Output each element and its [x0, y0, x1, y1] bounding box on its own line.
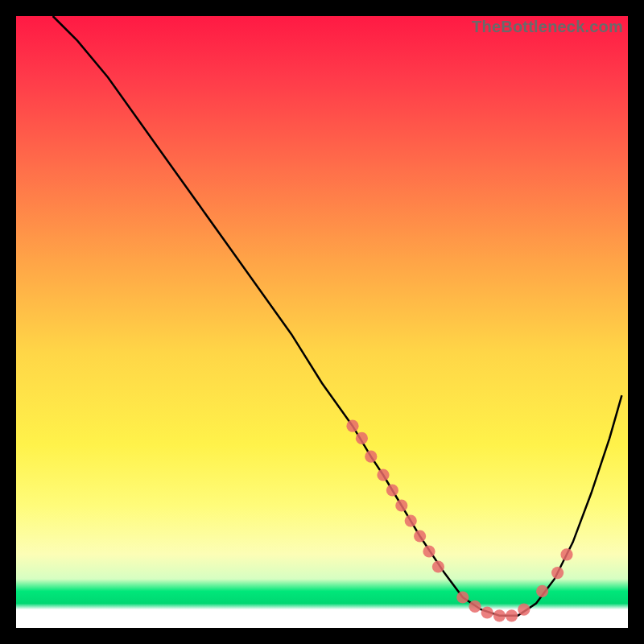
- curve-marker: [356, 432, 368, 444]
- curve-marker: [551, 567, 564, 579]
- curve-marker: [506, 609, 518, 621]
- curve-line: [53, 16, 622, 616]
- curve-marker: [518, 604, 530, 616]
- curve-marker: [536, 585, 548, 597]
- chart-svg: [16, 16, 628, 628]
- curve-markers: [346, 420, 572, 622]
- curve-marker: [346, 420, 358, 432]
- curve-marker: [405, 514, 417, 526]
- curve-marker: [365, 451, 377, 463]
- curve-marker: [456, 591, 469, 603]
- curve-marker: [560, 548, 572, 560]
- plot-area: TheBottleneck.com: [16, 16, 628, 628]
- curve-marker: [432, 560, 444, 572]
- curve-marker: [414, 530, 426, 542]
- curve-marker: [469, 601, 481, 613]
- curve-marker: [395, 499, 407, 511]
- curve-marker: [423, 545, 435, 557]
- chart-frame: TheBottleneck.com: [0, 0, 644, 644]
- curve-marker: [481, 606, 493, 618]
- curve-marker: [386, 484, 398, 496]
- curve-marker: [493, 609, 506, 621]
- curve-marker: [377, 469, 389, 481]
